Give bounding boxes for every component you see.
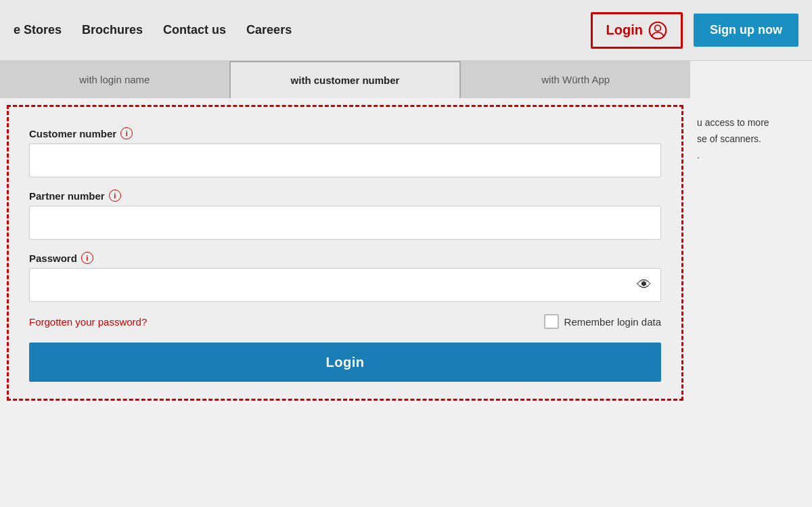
right-text-1: u access to more bbox=[697, 117, 769, 128]
remember-label: Remember login data bbox=[564, 316, 661, 328]
customer-number-group: Customer number i bbox=[29, 127, 661, 177]
toggle-password-icon[interactable]: 👁 bbox=[637, 276, 652, 294]
nav-careers[interactable]: Careers bbox=[246, 23, 292, 37]
partner-number-info-icon[interactable]: i bbox=[109, 190, 121, 202]
main-content: with login name with customer number wit… bbox=[0, 61, 812, 507]
password-wrapper: 👁 bbox=[29, 268, 661, 302]
signup-button[interactable]: Sign up now bbox=[694, 14, 798, 47]
password-info-icon[interactable]: i bbox=[81, 252, 93, 264]
login-form-box: Customer number i Partner number i Passw… bbox=[7, 105, 683, 401]
login-tabs: with login name with customer number wit… bbox=[0, 61, 690, 98]
customer-number-info-icon[interactable]: i bbox=[120, 127, 133, 139]
forgot-password-link[interactable]: Forgotten your password? bbox=[29, 316, 147, 328]
header-right: Login Sign up now bbox=[591, 12, 798, 49]
login-submit-button[interactable]: Login bbox=[29, 343, 661, 382]
remember-checkbox[interactable] bbox=[544, 314, 559, 329]
tab-customer-number[interactable]: with customer number bbox=[229, 61, 461, 98]
header: e Stores Brochures Contact us Careers Lo… bbox=[0, 0, 812, 61]
customer-number-input[interactable] bbox=[29, 144, 661, 177]
customer-number-label: Customer number i bbox=[29, 127, 661, 139]
password-group: Password i 👁 bbox=[29, 252, 661, 302]
nav-brochures[interactable]: Brochures bbox=[82, 23, 143, 37]
svg-point-1 bbox=[655, 25, 661, 31]
user-icon bbox=[648, 21, 667, 40]
remember-group: Remember login data bbox=[544, 314, 661, 329]
password-input[interactable] bbox=[29, 268, 661, 302]
nav-stores[interactable]: e Stores bbox=[14, 23, 62, 37]
partner-number-label: Partner number i bbox=[29, 190, 661, 202]
password-label: Password i bbox=[29, 252, 661, 264]
form-footer: Forgotten your password? Remember login … bbox=[29, 314, 661, 329]
partner-number-group: Partner number i bbox=[29, 190, 661, 240]
right-text-3: . bbox=[697, 150, 700, 160]
center-area: with login name with customer number wit… bbox=[0, 61, 690, 507]
right-text-2: se of scanners. bbox=[697, 133, 761, 144]
login-nav-button[interactable]: Login bbox=[591, 12, 683, 49]
tab-login-name[interactable]: with login name bbox=[0, 61, 229, 98]
nav-links: e Stores Brochures Contact us Careers bbox=[14, 23, 292, 37]
login-nav-label: Login bbox=[606, 22, 643, 38]
right-panel: u access to more se of scanners. . bbox=[690, 61, 812, 507]
tab-wurth-app[interactable]: with Würth App bbox=[461, 61, 690, 98]
nav-contact[interactable]: Contact us bbox=[163, 23, 226, 37]
partner-number-input[interactable] bbox=[29, 206, 661, 240]
